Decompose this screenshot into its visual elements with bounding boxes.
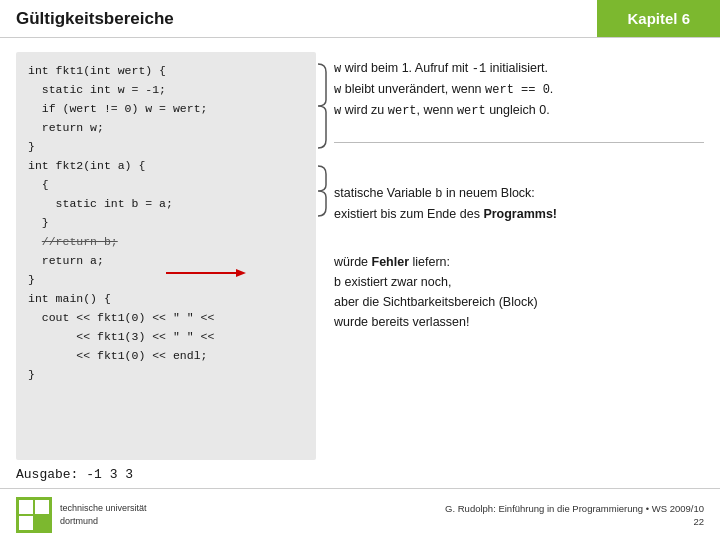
footer-page-number: 22	[445, 516, 704, 527]
code-line-7: {	[28, 178, 49, 191]
footer-university-text: technische universität dortmund	[60, 502, 147, 527]
footer-citation: G. Rudolph: Einführung in die Programmie…	[445, 503, 704, 527]
code-line-3: if (wert != 0) w = wert;	[28, 102, 207, 115]
svg-rect-4	[35, 500, 49, 514]
header: Gültigkeitsbereiche Kapitel 6	[0, 0, 720, 38]
main-content: int fkt1(int wert) { static int w = -1; …	[0, 38, 720, 468]
annotation-3-line4: wurde bereits verlassen!	[334, 315, 469, 329]
code-line-14: cout << fkt1(0) << " " <<	[28, 311, 214, 324]
ausgabe-line: Ausgabe: -1 3 3	[16, 467, 133, 482]
kapitel-badge: Kapitel 6	[597, 0, 720, 37]
code-line-5: }	[28, 140, 35, 153]
footer: technische universität dortmund G. Rudol…	[0, 488, 720, 540]
code-block: int fkt1(int wert) { static int w = -1; …	[28, 62, 304, 384]
svg-rect-3	[19, 500, 33, 514]
ausgabe-label: Ausgabe:	[16, 467, 78, 482]
code-line-8: static int b = a;	[28, 197, 173, 210]
annotation-3-line2: b existiert zwar noch,	[334, 275, 451, 289]
footer-city-name: dortmund	[60, 515, 147, 528]
code-line-6: int fkt2(int a) {	[28, 159, 145, 172]
code-line-9: }	[28, 216, 49, 229]
footer-logo-area: technische universität dortmund	[16, 497, 147, 533]
code-line-15: << fkt1(3) << " " <<	[28, 330, 214, 343]
code-line-16: << fkt1(0) << endl;	[28, 349, 207, 362]
brace-svg	[314, 62, 332, 482]
footer-uni-name: technische universität	[60, 502, 147, 515]
annotation-1-line2: w bleibt unverändert, wenn wert == 0.	[334, 82, 553, 96]
code-line-17: }	[28, 368, 35, 381]
footer-citation-text: G. Rudolph: Einführung in die Programmie…	[445, 503, 704, 514]
code-line-4: return w;	[28, 121, 104, 134]
page-title: Gültigkeitsbereiche	[0, 9, 597, 29]
annotation-3-line3: aber die Sichtbarkeitsbereich (Block)	[334, 295, 538, 309]
code-line-13: int main() {	[28, 292, 111, 305]
annotations-panel: w wird beim 1. Aufruf mit -1 initialisie…	[334, 52, 704, 460]
svg-rect-6	[35, 516, 49, 530]
annotation-3-line1: würde Fehler liefern:	[334, 255, 450, 269]
annotation-block-2: statische Variable b in neuem Block: exi…	[334, 183, 704, 224]
annotation-block-1: w wird beim 1. Aufruf mit -1 initialisie…	[334, 58, 704, 122]
tudo-logo-svg	[16, 497, 52, 533]
code-line-12: }	[28, 273, 35, 286]
annotation-1-line3: w wird zu wert, wenn wert ungleich 0.	[334, 103, 550, 117]
code-line-2: static int w = -1;	[28, 83, 166, 96]
ausgabe-value: -1 3 3	[86, 467, 133, 482]
annotation-2-line1: statische Variable b in neuem Block:	[334, 186, 535, 200]
arrow-svg	[66, 263, 166, 283]
code-panel: int fkt1(int wert) { static int w = -1; …	[16, 52, 316, 460]
annotation-block-3: würde Fehler liefern: b existiert zwar n…	[334, 252, 704, 332]
annotation-1-line1: w wird beim 1. Aufruf mit -1 initialisie…	[334, 61, 548, 75]
code-line-10: //return b;	[28, 235, 118, 248]
annotation-2-line2: existiert bis zum Ende des Programms!	[334, 207, 557, 221]
svg-rect-5	[19, 516, 33, 530]
separator-1	[334, 142, 704, 143]
code-line-1: int fkt1(int wert) {	[28, 64, 166, 77]
